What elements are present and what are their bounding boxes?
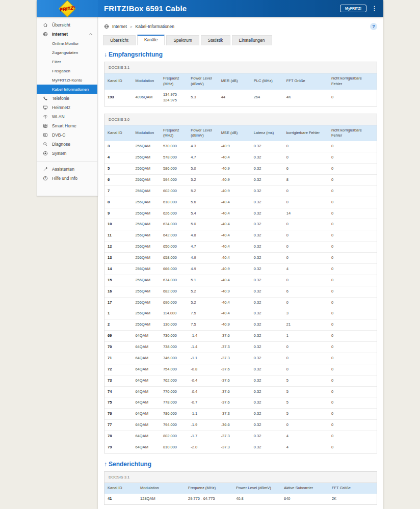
section-heading-empfangsrichtung[interactable]: ↓Empfangsrichtung xyxy=(104,51,377,58)
table-cell: 256QAM xyxy=(132,219,160,230)
breadcrumb: Internet > Kabel-Informationen ? xyxy=(103,22,378,30)
table-row: 7764QAM794.000-1.9-36.60.3200 xyxy=(104,420,377,431)
table-cell: 0.32 xyxy=(251,219,283,230)
table-cell: -37.6 xyxy=(218,386,251,397)
table-cell: 730.000 xyxy=(160,331,188,342)
table-cell: -40.4 xyxy=(218,308,251,319)
sidebar-item-uebersicht[interactable]: Übersicht xyxy=(37,20,97,30)
myfritz-button[interactable]: MyFRITZ! xyxy=(340,5,366,12)
sidebar-divider xyxy=(37,161,97,162)
table-cell: 690.000 xyxy=(160,297,188,308)
table-cell: 0.32 xyxy=(251,331,283,342)
table-empfang-docsis30: DOCSIS 3.0 Kanal IDModulationFrequenz (M… xyxy=(104,114,377,453)
table-cell: 41 xyxy=(104,494,137,504)
table-cell: 5 xyxy=(283,397,328,409)
phone-icon xyxy=(43,96,48,101)
tab-uebersicht[interactable]: Übersicht xyxy=(103,35,136,45)
sidebar-item-zugangsdaten[interactable]: Zugangsdaten xyxy=(37,48,97,57)
sidebar-item-hilfe[interactable]: ? Hilfe und Info xyxy=(37,174,97,183)
table-cell: 0.32 xyxy=(251,375,283,386)
sidebar-item-label: Diagnose xyxy=(52,142,70,147)
section-heading-senderichtung[interactable]: ↑Senderichtung xyxy=(104,461,377,468)
table-cell: 256QAM xyxy=(132,308,160,319)
table-cell: 4.3 xyxy=(188,141,218,152)
table-cell: 650.000 xyxy=(160,242,188,253)
sidebar-item-freigaben[interactable]: Freigaben xyxy=(37,66,97,75)
table-cell: 0 xyxy=(283,353,328,364)
fritz-logo[interactable]: FRITZ! xyxy=(37,0,98,17)
sidebar-item-wlan[interactable]: WLAN xyxy=(37,112,97,121)
table-cell: 5.2 xyxy=(188,297,218,308)
help-button[interactable]: ? xyxy=(370,23,377,30)
table-cell: 5.0 xyxy=(188,164,218,175)
sidebar-item-smart-home[interactable]: Smart Home xyxy=(37,121,97,130)
sidebar-item-diagnose[interactable]: Diagnose xyxy=(37,140,97,149)
table-cell: 0.32 xyxy=(251,297,283,308)
table-cell: 64QAM xyxy=(132,386,160,397)
table-cell: 0 xyxy=(283,253,328,264)
table-cell: 256QAM xyxy=(132,141,160,152)
table-cell: 0 xyxy=(328,364,377,375)
tab-statistik[interactable]: Statistik xyxy=(201,35,230,45)
table-cell: 802.000 xyxy=(160,431,188,442)
table-cell: 778.000 xyxy=(160,397,188,409)
table-cell: 770.000 xyxy=(160,386,188,397)
table-cell: 130.000 xyxy=(160,319,188,331)
table-cell: 0 xyxy=(328,185,377,197)
table-cell: 0 xyxy=(328,90,377,106)
table-row: 7464QAM770.000-0.4-37.60.3250 xyxy=(104,386,377,397)
table-cell: -37.3 xyxy=(218,431,251,442)
table-cell: 0 xyxy=(283,197,328,208)
table-cell: 7.5 xyxy=(188,308,218,319)
table-cell: -40.4 xyxy=(218,197,251,208)
table-cell: 658.000 xyxy=(160,253,188,264)
table-cell: 738.000 xyxy=(160,342,188,353)
table-row: 9256QAM626.0005.4-40.40.32140 xyxy=(104,208,377,219)
table-cell: 134.975 - 324.975 xyxy=(160,90,188,106)
table-cell: 0 xyxy=(328,286,377,297)
sidebar-item-telefonie[interactable]: Telefonie xyxy=(37,94,97,103)
sidebar-item-label: Smart Home xyxy=(52,123,76,128)
tab-spektrum[interactable]: Spektrum xyxy=(166,35,199,45)
table-cell: -37.3 xyxy=(218,342,251,353)
network-icon xyxy=(43,105,48,110)
globe-icon xyxy=(43,32,48,37)
sidebar-item-internet[interactable]: Internet xyxy=(37,30,97,39)
table-cell: 5.0 xyxy=(188,219,218,230)
kebab-menu-icon[interactable]: ⋮ xyxy=(372,6,377,11)
table-row: 7964QAM810.000-2.0-37.30.3240 xyxy=(104,442,377,452)
table-cell: 4.9 xyxy=(188,263,218,275)
sidebar-item-myfritz-konto[interactable]: MyFRITZ!-Konto xyxy=(37,75,97,85)
wifi-icon xyxy=(43,114,48,119)
sidebar-item-online-monitor[interactable]: Online-Monitor xyxy=(37,39,97,48)
tv-icon xyxy=(43,132,48,138)
sidebar-item-assistenten[interactable]: Assistenten xyxy=(37,165,97,174)
table-cell: 3 xyxy=(283,308,328,319)
sidebar-item-heimnetz[interactable]: Heimnetz xyxy=(37,103,97,112)
table-cell: 0.32 xyxy=(251,185,283,197)
breadcrumb-internet[interactable]: Internet xyxy=(112,24,127,29)
table-cell: 0.32 xyxy=(251,442,283,452)
table-cell: 5.2 xyxy=(188,185,218,197)
column-header: PLC (MHz) xyxy=(251,73,283,90)
tab-kanaele[interactable]: Kanäle xyxy=(137,35,165,45)
table-cell: 762.000 xyxy=(160,375,188,386)
sidebar-item-system[interactable]: System xyxy=(37,149,97,158)
table-cell: 3 xyxy=(104,141,132,152)
tab-einstellungen[interactable]: Einstellungen xyxy=(232,35,272,45)
table-cell: 6 xyxy=(283,164,328,175)
table-cell: -1.1 xyxy=(188,353,218,364)
sidebar-item-dvb-c[interactable]: DVB-C xyxy=(37,130,97,140)
table-cell: -0.8 xyxy=(188,364,218,375)
sidebar-item-label: WLAN xyxy=(52,114,65,119)
table-cell: 14 xyxy=(104,263,132,275)
table-cell: 256QAM xyxy=(132,185,160,197)
column-header: Modulation xyxy=(132,73,160,90)
sidebar-item-kabel-informationen[interactable]: Kabel-Informationen xyxy=(37,85,97,94)
table-row: 41128QAM29.775 - 64.77540.86402K xyxy=(104,494,377,504)
sidebar-item-filter[interactable]: Filter xyxy=(37,57,97,66)
sidebar: Übersicht Internet Online-Monitor Zugang… xyxy=(37,17,98,196)
table-cell: 0.32 xyxy=(251,342,283,353)
table-cell: 794.000 xyxy=(160,420,188,431)
table-cell: 0.32 xyxy=(251,431,283,442)
